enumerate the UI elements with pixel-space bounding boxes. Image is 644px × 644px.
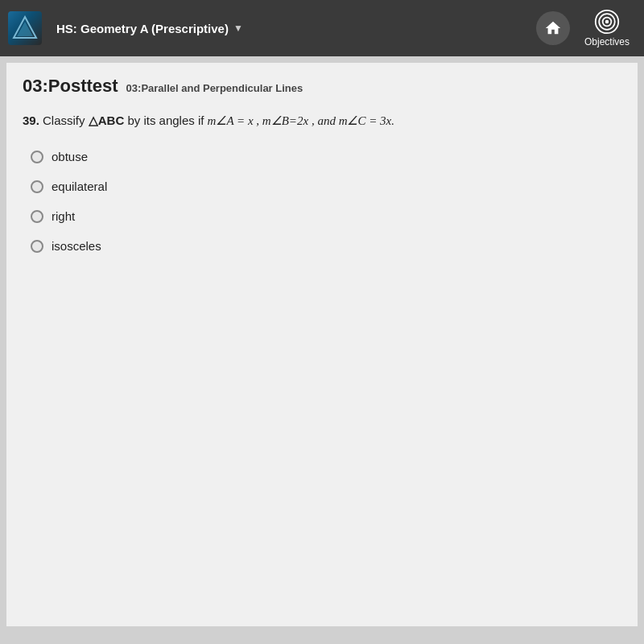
page-header: 03:Posttest 03:Parallel and Perpendicula…: [23, 76, 621, 97]
option-equilateral[interactable]: equilateral: [31, 180, 621, 193]
answer-options: obtuse equilateral right isosceles: [31, 150, 621, 253]
radio-equilateral[interactable]: [31, 180, 43, 193]
option-isosceles-label: isosceles: [52, 239, 101, 253]
navigation-bar: HS: Geometry A (Prescriptive) ▼ Objectiv…: [0, 0, 644, 56]
objectives-icon: [594, 9, 620, 35]
question-text-middle: by its angles if: [127, 114, 207, 127]
question-text-prefix: Classify: [43, 114, 89, 127]
page-subtitle: 03:Parallel and Perpendicular Lines: [126, 82, 303, 94]
course-label: HS: Geometry A (Prescriptive): [56, 22, 229, 35]
home-button[interactable]: [536, 11, 570, 45]
question-area: 39. Classify △ABC by its angles if m∠A =…: [23, 111, 621, 253]
option-right-label: right: [52, 209, 75, 223]
question-number: 39.: [23, 114, 39, 127]
objectives-label: Objectives: [584, 36, 630, 47]
main-content: 03:Posttest 03:Parallel and Perpendicula…: [6, 63, 638, 626]
dropdown-arrow-icon: ▼: [233, 23, 243, 34]
course-selector-button[interactable]: HS: Geometry A (Prescriptive) ▼: [50, 19, 250, 39]
app-logo: [8, 11, 42, 45]
objectives-button[interactable]: Objectives: [578, 6, 636, 51]
question-formula: m∠A = x , m∠B=2x , and m∠C = 3x.: [208, 114, 394, 127]
page-title: 03:Posttest: [23, 76, 118, 97]
option-obtuse-label: obtuse: [52, 150, 88, 163]
question-text: 39. Classify △ABC by its angles if m∠A =…: [23, 111, 621, 130]
triangle-label: △ABC: [89, 114, 125, 127]
option-equilateral-label: equilateral: [52, 180, 107, 193]
option-obtuse[interactable]: obtuse: [31, 150, 621, 163]
option-isosceles[interactable]: isosceles: [31, 239, 621, 253]
option-right[interactable]: right: [31, 209, 621, 223]
radio-obtuse[interactable]: [31, 151, 43, 163]
radio-right[interactable]: [31, 210, 43, 223]
radio-isosceles[interactable]: [31, 240, 43, 253]
svg-point-5: [605, 20, 609, 23]
